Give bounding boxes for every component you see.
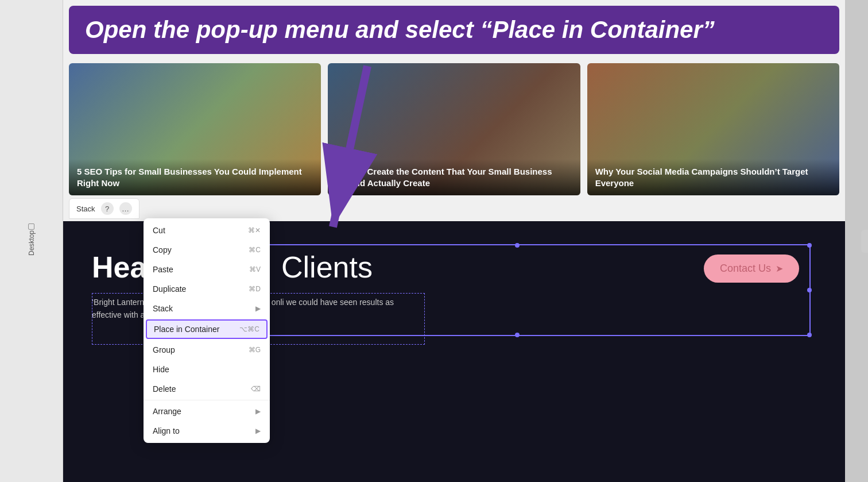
- menu-duplicate-shortcut: ⌘D: [249, 285, 261, 293]
- toolbar-stack-label: Stack: [76, 205, 95, 213]
- menu-delete-shortcut: ⌫: [251, 385, 261, 393]
- menu-item-hide[interactable]: Hide: [144, 360, 270, 379]
- menu-copy-label: Copy: [153, 245, 172, 255]
- handle-top-mid[interactable]: [515, 243, 520, 248]
- blog-card-2-title: How to Create the Content That Your Smal…: [336, 167, 552, 188]
- contact-us-button[interactable]: Contact Us ➤: [704, 255, 799, 283]
- blog-card-2[interactable]: How to Create the Content That Your Smal…: [328, 63, 580, 195]
- blog-card-2-overlay: How to Create the Content That Your Smal…: [328, 159, 580, 195]
- clients-text: Clients: [281, 250, 373, 284]
- menu-group-shortcut: ⌘G: [249, 346, 261, 354]
- blog-card-3-title: Why Your Social Media Campaigns Shouldn’…: [595, 167, 808, 188]
- menu-cut-shortcut: ⌘✕: [248, 226, 261, 234]
- contact-us-label: Contact Us: [720, 263, 771, 275]
- menu-divider-1: [144, 400, 270, 400]
- desktop-icon: ▢: [28, 221, 35, 230]
- toolbar: Stack ? …: [69, 198, 140, 219]
- blog-card-1[interactable]: 5 SEO Tips for Small Businesses You Coul…: [69, 63, 321, 195]
- handle-top-right[interactable]: [807, 243, 812, 248]
- menu-align-label: Align to: [153, 426, 180, 435]
- toolbar-question-btn[interactable]: ?: [101, 202, 114, 215]
- menu-item-arrange[interactable]: Arrange ▶: [144, 402, 270, 421]
- menu-cut-label: Cut: [153, 226, 165, 235]
- send-icon: ➤: [776, 263, 783, 274]
- menu-item-cut[interactable]: Cut ⌘✕: [144, 221, 270, 240]
- menu-hide-label: Hide: [153, 365, 169, 374]
- screen-wrapper: ▢ Desktop Open the pop-up menu and selec…: [0, 0, 868, 482]
- menu-align-arrow: ▶: [255, 427, 261, 435]
- blog-card-3[interactable]: Why Your Social Media Campaigns Shouldn’…: [587, 63, 839, 195]
- menu-item-delete[interactable]: Delete ⌫: [144, 379, 270, 399]
- handle-bot-mid[interactable]: [515, 333, 520, 337]
- menu-stack-arrow: ▶: [255, 304, 261, 313]
- handle-mid-right[interactable]: [807, 288, 812, 292]
- blog-card-1-title: 5 SEO Tips for Small Businesses You Coul…: [77, 167, 302, 188]
- menu-item-group[interactable]: Group ⌘G: [144, 340, 270, 360]
- menu-item-stack[interactable]: Stack ▶: [144, 299, 270, 318]
- menu-place-label: Place in Container: [154, 325, 219, 334]
- handle-bot-right[interactable]: [807, 333, 812, 337]
- menu-duplicate-label: Duplicate: [153, 284, 186, 294]
- menu-delete-label: Delete: [153, 384, 176, 394]
- menu-stack-label: Stack: [153, 304, 173, 313]
- main-area: Open the pop-up menu and select “Place i…: [63, 0, 845, 482]
- menu-item-copy[interactable]: Copy ⌘C: [144, 240, 270, 260]
- side-panel-label: Desktop: [28, 230, 36, 256]
- menu-item-paste[interactable]: Paste ⌘V: [144, 260, 270, 279]
- toolbar-more-btn[interactable]: …: [119, 202, 132, 215]
- right-resize-handle[interactable]: [861, 230, 868, 253]
- menu-item-duplicate[interactable]: Duplicate ⌘D: [144, 279, 270, 299]
- side-panel: ▢ Desktop: [0, 0, 63, 482]
- menu-arrange-arrow: ▶: [255, 407, 261, 415]
- menu-arrange-label: Arrange: [153, 407, 181, 416]
- menu-place-shortcut: ⌥⌘C: [239, 325, 259, 333]
- menu-item-align-to[interactable]: Align to ▶: [144, 421, 270, 441]
- blog-card-3-overlay: Why Your Social Media Campaigns Shouldn’…: [587, 159, 839, 195]
- blog-cards-area: 5 SEO Tips for Small Businesses You Coul…: [69, 63, 839, 195]
- menu-group-label: Group: [153, 345, 175, 354]
- menu-paste-label: Paste: [153, 265, 173, 274]
- title-banner: Open the pop-up menu and select “Place i…: [69, 6, 839, 54]
- title-text: Open the pop-up menu and select “Place i…: [85, 16, 823, 44]
- menu-copy-shortcut: ⌘C: [249, 246, 261, 254]
- menu-item-place-in-container[interactable]: Place in Container ⌥⌘C: [146, 319, 268, 339]
- blog-card-1-overlay: 5 SEO Tips for Small Businesses You Coul…: [69, 159, 321, 195]
- menu-paste-shortcut: ⌘V: [249, 265, 261, 273]
- context-menu: Cut ⌘✕ Copy ⌘C Paste ⌘V Duplicate ⌘D Sta…: [144, 218, 270, 443]
